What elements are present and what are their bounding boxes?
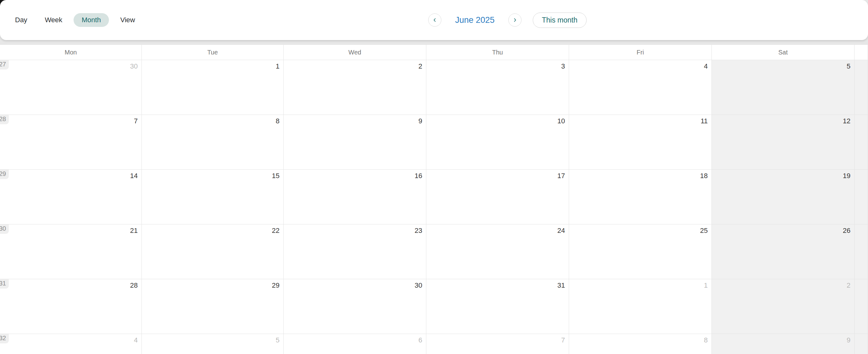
day-cell[interactable]: 16 xyxy=(284,170,426,224)
month-calendar-grid: Mon Tue Wed Thu Fri Sat 2730123452878910… xyxy=(0,44,868,354)
day-cell[interactable]: 30 xyxy=(284,279,426,334)
date-label: 7 xyxy=(561,336,565,344)
day-cell[interactable]: 30 xyxy=(0,60,142,115)
day-cell[interactable] xyxy=(855,60,868,115)
date-label: 8 xyxy=(704,336,708,344)
date-label: 25 xyxy=(700,227,708,234)
date-label: 2 xyxy=(418,63,422,70)
week-number-badge: 32 xyxy=(0,334,9,343)
weekday-header-sat: Sat xyxy=(712,45,855,60)
day-cell[interactable]: 5 xyxy=(712,60,855,115)
day-cell[interactable]: 8 xyxy=(569,334,712,354)
date-label: 30 xyxy=(415,282,422,289)
month-navigation: June 2025 This month xyxy=(428,0,587,40)
day-cell[interactable]: 3 xyxy=(426,60,569,115)
week-row: 312829303112 xyxy=(0,279,868,334)
weekday-header-mon: Mon xyxy=(0,45,142,60)
date-label: 4 xyxy=(704,63,708,70)
date-label: 6 xyxy=(418,336,422,344)
date-label: 22 xyxy=(272,227,280,234)
date-label: 16 xyxy=(415,172,422,180)
day-cell[interactable]: 14 xyxy=(0,170,142,224)
this-month-button[interactable]: This month xyxy=(533,12,587,28)
day-cell[interactable] xyxy=(855,170,868,224)
date-label: 8 xyxy=(276,117,280,125)
day-cell[interactable]: 1 xyxy=(569,279,712,334)
week-number-badge: 31 xyxy=(0,279,9,289)
date-label: 9 xyxy=(847,336,850,344)
day-cell[interactable]: 12 xyxy=(712,115,855,169)
chevron-left-icon xyxy=(432,18,437,23)
day-cell[interactable]: 4 xyxy=(569,60,712,115)
week-row: 28789101112 xyxy=(0,115,868,169)
day-cell[interactable] xyxy=(855,115,868,169)
day-cell[interactable]: 5 xyxy=(142,334,284,354)
view-switcher: Day Week Month View xyxy=(9,0,141,40)
current-month-title[interactable]: June 2025 xyxy=(448,15,501,25)
view-button-week[interactable]: Week xyxy=(38,13,68,27)
day-cell[interactable] xyxy=(855,224,868,279)
day-cell[interactable]: 21 xyxy=(0,224,142,279)
day-cell[interactable]: 10 xyxy=(426,115,569,169)
day-cell[interactable]: 19 xyxy=(712,170,855,224)
date-label: 3 xyxy=(561,63,565,70)
day-cell[interactable]: 4 xyxy=(0,334,142,354)
day-cell[interactable]: 8 xyxy=(142,115,284,169)
date-label: 28 xyxy=(130,282,138,289)
week-number-badge: 30 xyxy=(0,224,9,234)
day-cell[interactable]: 29 xyxy=(142,279,284,334)
date-label: 14 xyxy=(130,172,138,180)
date-label: 7 xyxy=(134,117,138,125)
date-label: 12 xyxy=(843,117,850,125)
week-row: 273012345 xyxy=(0,60,868,115)
day-cell[interactable]: 7 xyxy=(426,334,569,354)
day-cell[interactable]: 2 xyxy=(712,279,855,334)
previous-month-button[interactable] xyxy=(428,13,441,27)
weekday-header-thu: Thu xyxy=(426,45,569,60)
day-cell[interactable]: 22 xyxy=(142,224,284,279)
date-label: 24 xyxy=(557,227,565,234)
calendar-body: 2730123452878910111229141516171819302122… xyxy=(0,60,868,354)
day-cell[interactable]: 15 xyxy=(142,170,284,224)
week-number-badge: 28 xyxy=(0,115,9,124)
date-label: 5 xyxy=(276,336,280,344)
day-cell[interactable]: 11 xyxy=(569,115,712,169)
date-label: 1 xyxy=(276,63,280,70)
date-label: 29 xyxy=(272,282,280,289)
day-cell[interactable] xyxy=(855,279,868,334)
day-cell[interactable]: 1 xyxy=(142,60,284,115)
day-cell[interactable]: 6 xyxy=(284,334,426,354)
day-cell[interactable]: 17 xyxy=(426,170,569,224)
date-label: 31 xyxy=(557,282,565,289)
day-cell[interactable]: 2 xyxy=(284,60,426,115)
day-cell[interactable]: 25 xyxy=(569,224,712,279)
date-label: 4 xyxy=(134,336,138,344)
day-cell[interactable]: 28 xyxy=(0,279,142,334)
date-label: 18 xyxy=(700,172,708,180)
date-label: 23 xyxy=(415,227,422,234)
day-cell[interactable] xyxy=(855,334,868,354)
next-month-button[interactable] xyxy=(508,13,522,27)
weekday-header-tue: Tue xyxy=(142,45,284,60)
weekday-header-sun-partial xyxy=(855,45,868,60)
day-cell[interactable]: 24 xyxy=(426,224,569,279)
week-row: 30212223242526 xyxy=(0,224,868,279)
date-label: 10 xyxy=(557,117,565,125)
date-label: 2 xyxy=(847,282,850,289)
day-cell[interactable]: 9 xyxy=(712,334,855,354)
calendar-toolbar: Day Week Month View June 2025 This month xyxy=(0,0,868,40)
day-cell[interactable]: 26 xyxy=(712,224,855,279)
weekday-header-fri: Fri xyxy=(569,45,712,60)
chevron-right-icon xyxy=(513,18,518,23)
view-button-day[interactable]: Day xyxy=(9,13,33,27)
date-label: 30 xyxy=(130,63,138,70)
week-number-badge: 29 xyxy=(0,170,9,179)
day-cell[interactable]: 18 xyxy=(569,170,712,224)
day-cell[interactable]: 7 xyxy=(0,115,142,169)
day-cell[interactable]: 9 xyxy=(284,115,426,169)
view-button-view[interactable]: View xyxy=(114,13,141,27)
day-cell[interactable]: 31 xyxy=(426,279,569,334)
day-cell[interactable]: 23 xyxy=(284,224,426,279)
week-row: 29141516171819 xyxy=(0,169,868,224)
view-button-month[interactable]: Month xyxy=(73,13,109,27)
